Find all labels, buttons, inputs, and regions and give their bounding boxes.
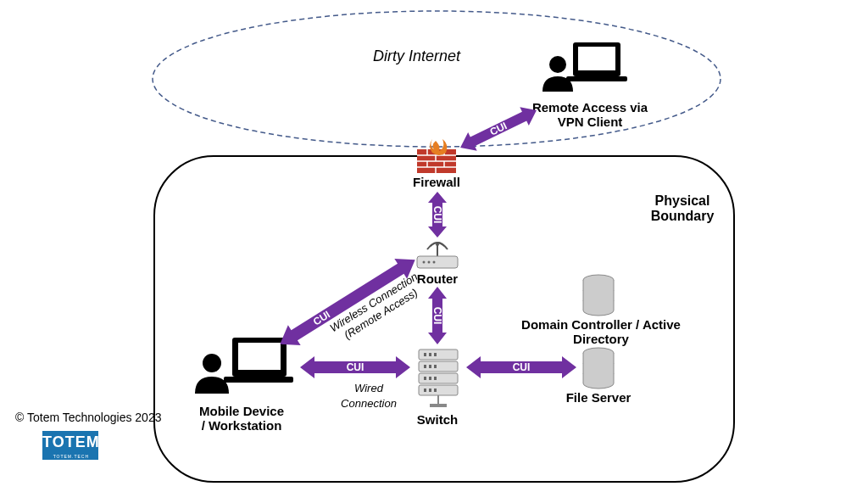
remote-access-label: Remote Access via VPN Client <box>522 100 658 130</box>
svg-rect-34 <box>434 377 437 380</box>
svg-rect-39 <box>430 404 447 407</box>
svg-rect-33 <box>429 377 431 380</box>
svg-rect-37 <box>434 389 437 392</box>
cui-text: CUI <box>431 206 443 224</box>
svg-rect-32 <box>424 377 426 380</box>
svg-point-5 <box>549 56 566 73</box>
firewall-label: Firewall <box>405 175 468 189</box>
physical-boundary-label-1: Physical <box>655 193 710 208</box>
svg-rect-29 <box>424 365 426 368</box>
svg-rect-35 <box>424 389 426 392</box>
svg-rect-27 <box>429 353 431 356</box>
logo-big: TOTEM <box>42 431 100 453</box>
file-server-label: File Server <box>556 390 641 405</box>
switch-label: Switch <box>410 412 465 427</box>
svg-rect-28 <box>434 353 437 356</box>
svg-rect-26 <box>424 353 426 356</box>
svg-rect-4 <box>566 76 627 81</box>
switch-icon <box>415 348 461 411</box>
svg-rect-3 <box>578 47 615 70</box>
cui-arrow-switch-workstation: CUI <box>298 355 412 380</box>
svg-point-17 <box>436 243 439 246</box>
svg-point-45 <box>203 354 221 372</box>
cui-arrow-firewall-router: CUI <box>422 190 453 239</box>
svg-rect-31 <box>434 365 437 368</box>
svg-rect-36 <box>429 389 431 392</box>
remote-access-label-1: Remote Access via <box>532 100 648 115</box>
firewall-icon <box>415 137 458 175</box>
file-server-icon <box>581 346 615 389</box>
cui-arrow-switch-fileserver: CUI <box>465 355 578 380</box>
dirty-internet-zone <box>148 7 725 151</box>
remote-access-label-2: VPN Client <box>558 115 623 129</box>
workstation-label-1: Mobile Device <box>199 404 284 418</box>
cui-text: CUI <box>347 361 364 373</box>
wired-connection-label: Wired Connection <box>331 380 407 411</box>
cui-text: CUI <box>513 361 531 373</box>
domain-controller-label: Domain Controller / Active Directory <box>495 317 707 347</box>
workstation-label-2: / Workstation <box>202 418 282 433</box>
remote-user-icon <box>539 39 624 98</box>
copyright-text: © Totem Technologies 2023 <box>15 411 161 424</box>
domain-controller-icon <box>581 273 615 316</box>
wired-label-1: Wired <box>354 382 383 394</box>
wired-label-2: Connection <box>341 397 397 410</box>
totem-logo: TOTEM TOTEM.TECH <box>42 431 98 460</box>
physical-boundary-label-2: Boundary <box>651 209 715 223</box>
wireless-connection-label: Wireless Connection (Remote Access) <box>297 263 449 339</box>
dirty-internet-label: Dirty Internet <box>373 48 460 65</box>
physical-boundary-label: Physical Boundary <box>636 193 729 225</box>
cui-arrow-firewall-remote: CUI <box>454 105 542 153</box>
svg-rect-44 <box>224 377 293 383</box>
logo-small: TOTEM.TECH <box>42 453 100 460</box>
workstation-label: Mobile Device / Workstation <box>195 404 288 433</box>
svg-rect-30 <box>429 365 431 368</box>
